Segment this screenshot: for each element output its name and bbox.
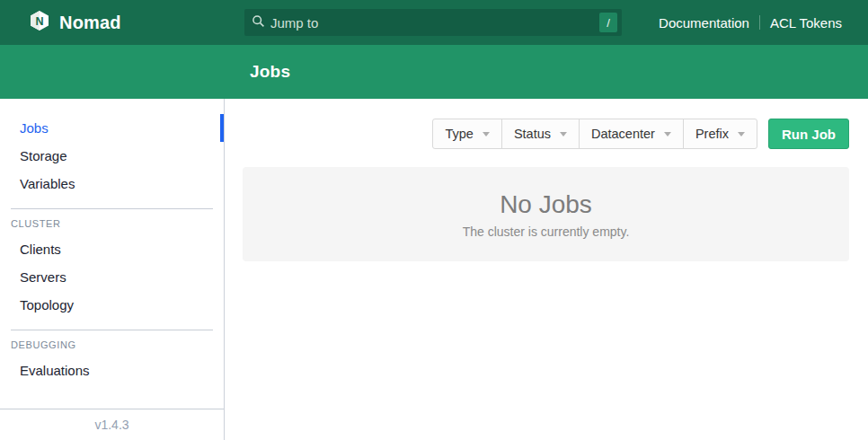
chevron-down-icon xyxy=(738,132,745,136)
sidebar-divider xyxy=(11,330,213,330)
layout: Jobs Storage Variables CLUSTER Clients S… xyxy=(0,99,868,440)
sidebar-item-topology[interactable]: Topology xyxy=(0,291,224,319)
filter-label: Status xyxy=(514,127,551,141)
sidebar-item-label: Servers xyxy=(20,269,66,285)
page-title: Jobs xyxy=(250,62,290,82)
sidebar-item-label: Jobs xyxy=(20,120,49,136)
chevron-down-icon xyxy=(483,132,490,136)
empty-state-panel: No Jobs The cluster is currently empty. xyxy=(243,167,849,261)
filter-label: Datacenter xyxy=(591,127,655,141)
sidebar-item-variables[interactable]: Variables xyxy=(0,170,224,198)
sidebar-item-label: Variables xyxy=(20,176,75,191)
documentation-link[interactable]: Documentation xyxy=(659,15,749,31)
version-label: v1.4.3 xyxy=(94,418,128,432)
sidebar-item-label: Evaluations xyxy=(20,363,90,378)
empty-state-message: The cluster is currently empty. xyxy=(463,224,630,239)
sidebar-item-storage[interactable]: Storage xyxy=(0,142,224,170)
jump-to-search[interactable]: / xyxy=(244,9,622,36)
filter-label: Type xyxy=(445,127,473,141)
sidebar-version-footer: v1.4.3 xyxy=(0,409,224,440)
sidebar-item-jobs[interactable]: Jobs xyxy=(0,114,224,142)
jobs-toolbar: Type Status Datacenter Prefix Run Job xyxy=(243,119,849,149)
filter-datacenter-dropdown[interactable]: Datacenter xyxy=(579,119,683,148)
sidebar: Jobs Storage Variables CLUSTER Clients S… xyxy=(0,99,225,440)
sidebar-item-label: Storage xyxy=(20,148,67,163)
filter-type-dropdown[interactable]: Type xyxy=(433,119,500,148)
page-header: Jobs xyxy=(0,45,868,99)
chevron-down-icon xyxy=(664,132,671,136)
sidebar-item-label: Clients xyxy=(20,242,61,257)
chevron-down-icon xyxy=(560,132,567,136)
empty-state-title: No Jobs xyxy=(500,190,592,219)
search-shortcut-badge: / xyxy=(599,13,617,32)
nav-links-divider xyxy=(759,15,760,30)
active-indicator-bar xyxy=(220,114,224,142)
brand-name: Nomad xyxy=(59,13,121,33)
acl-tokens-link[interactable]: ACL Tokens xyxy=(770,15,842,31)
run-job-button[interactable]: Run Job xyxy=(768,119,849,149)
filter-group: Type Status Datacenter Prefix xyxy=(432,119,757,149)
filter-status-dropdown[interactable]: Status xyxy=(501,119,579,148)
sidebar-item-clients[interactable]: Clients xyxy=(0,235,224,263)
search-input[interactable] xyxy=(270,15,599,31)
sidebar-section-cluster: CLUSTER xyxy=(0,218,224,235)
top-navbar: N Nomad / Documentation ACL Tokens xyxy=(0,0,868,45)
sidebar-divider xyxy=(11,208,213,209)
main-content: Type Status Datacenter Prefix Run Job xyxy=(225,99,868,440)
sidebar-item-label: Topology xyxy=(20,297,74,312)
sidebar-item-evaluations[interactable]: Evaluations xyxy=(0,356,224,384)
sidebar-item-servers[interactable]: Servers xyxy=(0,263,224,291)
svg-text:N: N xyxy=(35,15,43,28)
sidebar-section-debugging: DEBUGGING xyxy=(0,339,224,356)
nomad-brand[interactable]: N Nomad xyxy=(0,10,121,35)
filter-prefix-dropdown[interactable]: Prefix xyxy=(683,119,757,148)
navbar-links: Documentation ACL Tokens xyxy=(659,0,842,45)
filter-label: Prefix xyxy=(695,127,729,141)
nomad-logo-icon: N xyxy=(29,10,50,35)
search-icon xyxy=(252,14,265,31)
